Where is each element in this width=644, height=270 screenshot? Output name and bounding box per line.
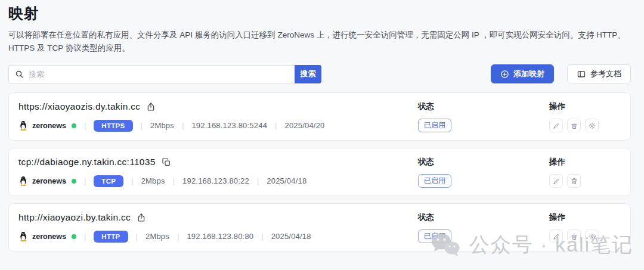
settings-button[interactable] (585, 119, 599, 132)
divider: | (177, 232, 179, 241)
row-actions (549, 229, 621, 243)
docs-label: 参考文档 (590, 69, 621, 79)
gear-icon (589, 122, 596, 129)
mapping-url-row: http://xiaoyaozi.by.takin.cc (18, 212, 418, 223)
page-description: 可以将部署在任意位置的私有应用、文件分享及 API 服务的访问入口迁移到 Zer… (8, 29, 631, 54)
date-value: 2025/04/18 (271, 232, 311, 241)
divider: | (182, 121, 184, 130)
mapping-url-row: https://xiaoyaozis.dy.takin.cc (18, 101, 418, 112)
trash-icon (571, 233, 578, 240)
protocol-badge: HTTPS (94, 120, 132, 132)
mapping-card: https://xiaoyaozis.dy.takin.cc 状态 操作 (8, 92, 631, 141)
mapping-card: http://xiaoyaozi.by.takin.cc 状态 操作 (8, 203, 631, 252)
client-name: zeronews (32, 232, 66, 241)
toolbar: 搜索 添加映射 参考文档 (8, 64, 631, 83)
mapping-url: http://xiaoyaozi.by.takin.cc (18, 212, 131, 223)
add-mapping-button[interactable]: 添加映射 (491, 64, 554, 83)
status-badge: 已启用 (418, 229, 451, 243)
book-icon (577, 70, 586, 79)
row-actions (549, 174, 621, 188)
gear-icon (589, 233, 596, 240)
docs-button[interactable]: 参考文档 (567, 64, 631, 83)
status-badge: 已启用 (418, 174, 451, 188)
mapping-card: tcp://dabiaoge.ny.takin.cc:11035 状态 操作 (8, 148, 631, 196)
actions-column-header: 操作 (549, 157, 621, 167)
delete-button[interactable] (567, 174, 581, 188)
divider: | (261, 232, 263, 241)
local-address-value: 192.168.123.80:22 (182, 176, 249, 185)
actions-column-header: 操作 (549, 101, 621, 112)
search-icon (15, 70, 24, 79)
divider: | (141, 121, 143, 130)
mapping-url: tcp://dabiaoge.ny.takin.cc:11035 (18, 157, 156, 167)
search-button[interactable]: 搜索 (295, 65, 321, 83)
client-info: zeronews (18, 120, 76, 131)
local-address-value: 192.168.123.80:5244 (191, 121, 267, 130)
search-input[interactable] (29, 70, 289, 79)
pencil-icon (553, 233, 560, 240)
pencil-icon (553, 178, 560, 185)
toolbar-right: 添加映射 参考文档 (491, 64, 631, 83)
mapping-meta-row: zeronews | HTTP | 2Mbps | 192.168.123.80… (18, 231, 418, 243)
delete-button[interactable] (567, 119, 581, 132)
date-value: 2025/04/18 (267, 176, 306, 185)
search-group: 搜索 (8, 65, 321, 83)
date-value: 2025/04/20 (284, 121, 324, 130)
client-name: zeronews (32, 122, 66, 130)
bandwidth-value: 2Mbps (150, 121, 174, 130)
divider: | (84, 232, 86, 241)
online-status-dot (72, 179, 76, 184)
trash-icon (571, 178, 578, 185)
settings-button[interactable] (585, 229, 599, 243)
share-icon[interactable] (137, 213, 146, 222)
status-column-header: 状态 (418, 101, 549, 112)
divider: | (131, 176, 133, 185)
client-name: zeronews (32, 177, 66, 185)
page-title: 映射 (8, 4, 631, 23)
row-actions (549, 119, 621, 132)
copy-icon[interactable] (162, 157, 171, 167)
protocol-badge: HTTP (94, 231, 128, 243)
mapping-url: https://xiaoyaozis.dy.takin.cc (18, 101, 140, 112)
divider: | (257, 176, 259, 185)
status-column-header: 状态 (418, 157, 549, 167)
local-address-value: 192.168.123.80:80 (187, 232, 253, 241)
protocol-badge: TCP (94, 175, 123, 187)
divider: | (275, 121, 277, 130)
client-info: zeronews (18, 231, 76, 241)
plus-circle-icon (500, 70, 509, 79)
mapping-url-row: tcp://dabiaoge.ny.takin.cc:11035 (18, 157, 418, 167)
actions-column-header: 操作 (549, 212, 621, 223)
pencil-icon (553, 122, 560, 129)
delete-button[interactable] (567, 229, 581, 243)
status-column-header: 状态 (418, 212, 549, 223)
bandwidth-value: 2Mbps (141, 176, 165, 185)
edit-button[interactable] (549, 229, 563, 243)
divider: | (173, 176, 175, 185)
share-icon[interactable] (146, 102, 156, 111)
mapping-meta-row: zeronews | TCP | 2Mbps | 192.168.123.80:… (18, 175, 418, 187)
client-info: zeronews (18, 176, 76, 186)
search-box (8, 65, 295, 83)
linux-tux-icon (18, 231, 28, 241)
edit-button[interactable] (549, 119, 563, 132)
status-badge: 已启用 (418, 119, 451, 132)
online-status-dot (72, 234, 76, 239)
mapping-meta-row: zeronews | HTTPS | 2Mbps | 192.168.123.8… (18, 120, 418, 132)
divider: | (84, 121, 86, 130)
divider: | (136, 232, 138, 241)
linux-tux-icon (18, 120, 28, 131)
linux-tux-icon (18, 176, 28, 186)
mapping-list: https://xiaoyaozis.dy.takin.cc 状态 操作 (8, 92, 631, 252)
mapping-page: 映射 可以将部署在任意位置的私有应用、文件分享及 API 服务的访问入口迁移到 … (0, 0, 644, 252)
divider: | (84, 176, 86, 185)
online-status-dot (72, 123, 76, 128)
bandwidth-value: 2Mbps (145, 232, 169, 241)
edit-button[interactable] (549, 174, 563, 188)
add-mapping-label: 添加映射 (513, 69, 544, 79)
trash-icon (571, 122, 578, 129)
